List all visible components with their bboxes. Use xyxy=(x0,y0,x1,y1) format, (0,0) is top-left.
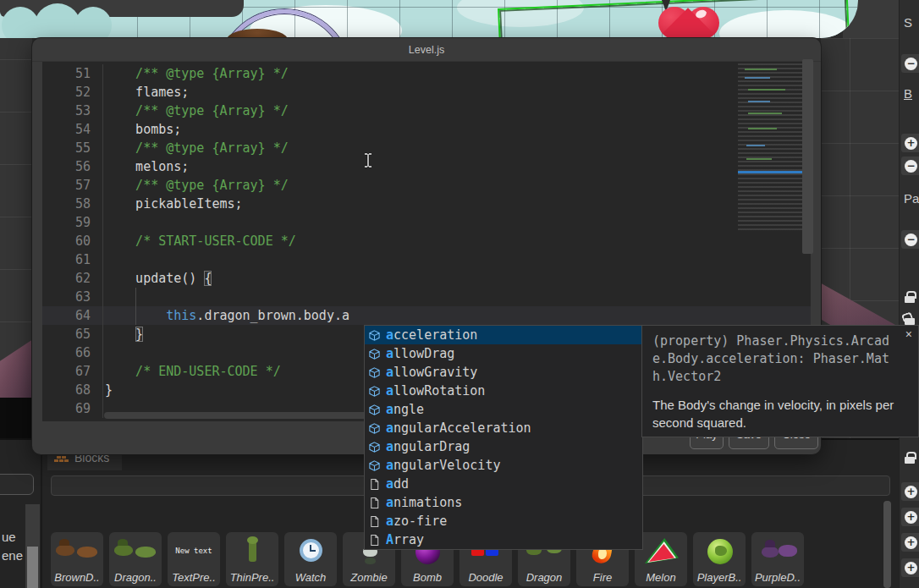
code-text: this.dragon_brown.body.a xyxy=(105,306,349,325)
code-text: bombs; xyxy=(105,120,181,139)
line-number: 65 xyxy=(42,325,103,343)
asset-card-purple-dragon[interactable]: PurpleD.. xyxy=(751,532,804,586)
purple-dragon-icon xyxy=(755,536,801,565)
code-line[interactable]: 63 xyxy=(42,288,811,306)
code-text: } xyxy=(105,381,113,399)
add-button[interactable]: + xyxy=(901,533,919,552)
thin-prefab-icon xyxy=(229,536,275,565)
field-icon xyxy=(368,404,381,416)
line-number: 66 xyxy=(42,343,103,362)
asset-label: PlayerB.. xyxy=(693,571,746,586)
lock-toggle[interactable] xyxy=(904,450,917,465)
remove-button[interactable]: − xyxy=(901,157,919,175)
rail-section-label: S xyxy=(904,15,912,30)
vertical-scrollbar[interactable] xyxy=(802,59,813,254)
field-icon xyxy=(368,422,381,435)
code-line[interactable]: 62update() { xyxy=(42,269,811,288)
suggestion-item[interactable]: azo-fire xyxy=(365,512,642,530)
code-line[interactable]: 52flames; xyxy=(42,83,811,102)
watch-icon xyxy=(288,536,333,565)
inspector-rail: S − B + − Pa − + + + + xyxy=(899,0,919,588)
asset-card-watch[interactable]: Watch xyxy=(284,532,337,586)
add-button[interactable]: + xyxy=(901,508,919,526)
suggestion-item[interactable]: allowRotation xyxy=(365,382,642,400)
code-line[interactable]: 59 xyxy=(42,213,811,232)
game-scene-canvas[interactable] xyxy=(0,0,858,38)
add-button[interactable]: + xyxy=(901,558,919,577)
add-button[interactable]: + xyxy=(901,134,919,152)
code-line[interactable]: 57/** @type {Array} */ xyxy=(42,176,811,195)
asset-card-brown-dragon[interactable]: BrownD.. xyxy=(51,532,103,586)
left-panel-input[interactable] xyxy=(0,474,34,495)
cloud xyxy=(74,7,112,38)
code-line[interactable]: 60/* START-USER-CODE */ xyxy=(42,232,811,250)
remove-button[interactable]: − xyxy=(901,230,919,249)
suggestion-item[interactable]: angularVelocity xyxy=(365,456,642,475)
hover-doc-tooltip: × (property) Phaser.Physics.Arcade.Body.… xyxy=(641,325,919,437)
minimap[interactable] xyxy=(738,63,802,233)
asset-label: PurpleD.. xyxy=(751,571,804,586)
code-text: flames; xyxy=(105,83,189,102)
suggestion-item[interactable]: allowGravity xyxy=(365,363,642,382)
code-text xyxy=(105,288,135,306)
lock-toggle[interactable] xyxy=(904,289,917,305)
add-button[interactable]: + xyxy=(901,482,919,501)
code-line[interactable]: 58pickableItems; xyxy=(42,195,811,213)
code-text xyxy=(105,250,135,269)
doc-signature: (property) Phaser.Physics.Arcade.Body.ac… xyxy=(652,332,890,386)
code-line[interactable]: 51/** @type {Array} */ xyxy=(42,64,811,83)
suggestion-item[interactable]: add xyxy=(365,475,642,493)
line-number: 56 xyxy=(42,157,103,176)
line-number: 69 xyxy=(42,399,103,418)
panel-divider xyxy=(41,440,42,588)
line-number: 68 xyxy=(42,381,103,399)
keyword: this xyxy=(166,308,196,323)
field-icon xyxy=(368,385,381,398)
line-number: 61 xyxy=(42,250,103,269)
code-text: update() { xyxy=(105,269,212,288)
code-text: /* START-USER-CODE */ xyxy=(105,232,296,250)
rail-link-label[interactable]: B xyxy=(904,86,912,101)
asset-card-thin-prefab[interactable]: ThinPre.. xyxy=(226,532,278,586)
code-text xyxy=(105,213,135,232)
asset-label: Bomb xyxy=(401,571,454,586)
plus-icon: + xyxy=(905,486,917,498)
text-prefab-icon: New text xyxy=(171,536,217,565)
code-line[interactable]: 53/** @type {Array} */ xyxy=(42,102,811,120)
player-ball-icon xyxy=(696,536,742,565)
line-number: 67 xyxy=(42,362,103,381)
left-panel-scrollbar-thumb[interactable] xyxy=(27,547,38,588)
code-line[interactable]: 54bombs; xyxy=(42,120,811,139)
line-number: 55 xyxy=(42,139,103,157)
asset-label: BrownD.. xyxy=(51,571,103,586)
suggestion-item[interactable]: Array xyxy=(365,530,642,549)
melon-icon xyxy=(638,536,684,565)
remove-button[interactable]: − xyxy=(901,54,919,73)
code-line[interactable]: 61 xyxy=(42,250,811,269)
suggestion-item[interactable]: acceleration xyxy=(365,326,642,344)
line-number: 62 xyxy=(42,269,103,288)
suggestion-item[interactable]: angle xyxy=(365,400,642,419)
code-line[interactable]: 55/** @type {Array} */ xyxy=(42,139,811,157)
screen: Blocks BrownD.. Dragon.. New textTextPre… xyxy=(0,0,919,588)
suggestion-item[interactable]: allowDrag xyxy=(365,344,642,363)
line-number: 51 xyxy=(42,64,103,83)
code-text: /** @type {Array} */ xyxy=(105,102,289,120)
asset-card-text-prefab[interactable]: New textTextPre.. xyxy=(168,532,220,586)
field-icon xyxy=(368,329,381,342)
autocomplete-widget: acceleration allowDrag allowGravity allo… xyxy=(364,325,643,550)
asset-card-dragon[interactable]: Dragon.. xyxy=(109,532,162,586)
suggestion-item[interactable]: angularDrag xyxy=(365,437,642,456)
plus-icon: + xyxy=(905,137,917,150)
asset-card-player-ball[interactable]: PlayerB.. xyxy=(693,532,746,586)
code-line[interactable]: 56melons; xyxy=(42,157,811,176)
suggestion-item[interactable]: angularAcceleration xyxy=(365,419,642,437)
blocks-scrollbar[interactable] xyxy=(883,501,891,588)
code-line-current[interactable]: 64this.dragon_brown.body.a xyxy=(42,306,811,325)
code-text: /* END-USER-CODE */ xyxy=(105,362,281,381)
matched-brace: } xyxy=(135,327,143,342)
field-icon xyxy=(368,459,381,472)
suggestion-item[interactable]: animations xyxy=(365,493,642,512)
plus-icon: + xyxy=(905,562,917,574)
close-icon[interactable]: × xyxy=(905,327,912,341)
